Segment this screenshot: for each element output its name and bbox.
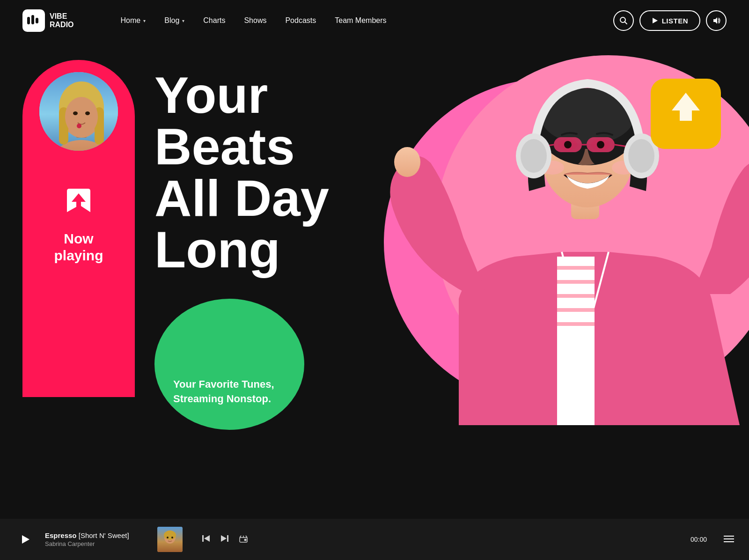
svg-point-46 [521,139,547,173]
teal-tagline: Your Favorite Tunes, Streaming Nonstop. [173,377,295,406]
svg-marker-49 [22,535,29,544]
search-button[interactable] [613,10,634,31]
next-track-button[interactable] [220,534,229,545]
nav-item-charts[interactable]: Charts [194,16,235,25]
teal-blob [154,299,304,430]
radio-icon [239,534,248,543]
logo-text: VIBE RADIO [50,12,74,29]
svg-rect-26 [557,308,595,312]
nav-links: Home ▾ Blog ▾ Charts Shows Podcasts Team… [111,16,613,25]
svg-point-15 [73,111,78,115]
svg-point-52 [164,531,176,540]
player-play-button[interactable] [15,529,36,550]
nav-item-podcasts[interactable]: Podcasts [276,16,325,25]
svg-point-54 [171,537,173,538]
artist-avatar [37,69,121,154]
logo-icon [22,9,45,32]
svg-point-42 [597,141,604,148]
svg-point-17 [77,124,81,128]
skip-back-icon [201,534,211,543]
svg-point-14 [65,97,98,136]
menu-lines-icon [724,535,734,543]
player-menu-button[interactable] [724,534,734,545]
upward-arrow-icon [60,182,97,219]
nav-item-blog[interactable]: Blog ▾ [155,16,194,25]
player-track-title: Espresso [Short N' Sweet] [45,531,148,539]
svg-marker-5 [653,18,658,23]
navbar: VIBE RADIO Home ▾ Blog ▾ Charts Shows Po… [0,0,749,41]
nav-item-shows[interactable]: Shows [235,16,276,25]
player-controls [201,534,248,545]
volume-button[interactable] [706,10,727,31]
chevron-down-icon: ▾ [143,18,146,23]
svg-point-53 [167,537,169,538]
play-icon [20,534,30,545]
headline-text: Your Beats All Day Long [154,69,389,275]
album-art-image [157,527,183,552]
search-icon [619,16,628,25]
listen-button[interactable]: LISTEN [639,10,700,31]
previous-track-button[interactable] [201,534,211,545]
svg-marker-58 [221,535,227,542]
skip-forward-icon [220,534,229,543]
arrow-up-shape [62,184,95,217]
player-bar: Espresso [Short N' Sweet] Sabrina Carpen… [0,519,749,560]
volume-icon [712,16,720,25]
svg-rect-24 [557,280,595,284]
svg-point-16 [85,111,90,115]
svg-rect-57 [227,535,228,542]
hero-headline: Your Beats All Day Long [154,69,389,275]
svg-rect-23 [557,266,595,270]
hero-section: Now playing Your Beats All Day Long Your… [0,41,749,444]
svg-point-41 [564,141,572,148]
nav-item-home[interactable]: Home ▾ [111,16,155,25]
svg-point-60 [244,538,247,541]
yellow-shape [651,79,721,149]
chevron-down-icon: ▾ [182,18,184,23]
svg-rect-25 [557,294,595,298]
svg-rect-0 [27,17,30,24]
nav-item-team[interactable]: Team Members [325,16,396,25]
radio-button[interactable] [239,534,248,545]
svg-marker-56 [204,535,210,542]
player-time: 00:00 [690,536,707,543]
svg-rect-2 [36,18,38,23]
svg-marker-6 [713,17,717,24]
logo[interactable]: VIBE RADIO [22,9,74,32]
now-playing-label: Now playing [54,230,103,264]
nav-actions: LISTEN [613,10,727,31]
yellow-bookmark-icon [651,79,721,149]
svg-rect-55 [202,535,204,542]
svg-rect-27 [557,322,595,326]
player-album-art [157,527,183,552]
svg-line-4 [624,22,627,24]
player-track-artist: Sabrina Carpenter [45,540,148,547]
svg-rect-1 [31,15,34,24]
svg-point-28 [394,147,420,177]
player-track-info: Espresso [Short N' Sweet] Sabrina Carpen… [45,531,148,547]
now-playing-card: Now playing [22,60,135,397]
artist-image [39,72,121,154]
play-icon [652,17,658,24]
